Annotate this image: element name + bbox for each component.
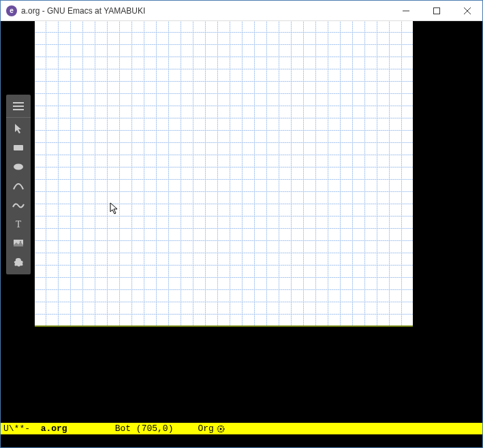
tool-arc[interactable] (6, 176, 31, 195)
tool-image[interactable] (6, 234, 31, 253)
modeline[interactable]: U\**- a.org Bot (705,0) Org (1, 423, 482, 434)
svg-text:T: T (16, 219, 22, 229)
canvas-grid (35, 21, 413, 325)
modeline-position: Bot (705,0) (115, 423, 174, 434)
svg-rect-7 (14, 145, 23, 150)
text-icon: T (12, 218, 25, 230)
svg-point-13 (219, 428, 221, 430)
editor-client-area: T U\**- a.org Bot (705,0) Org (1, 21, 482, 447)
modeline-buffer: a.org (41, 423, 67, 434)
tool-pointer[interactable] (6, 119, 31, 138)
svg-point-11 (20, 241, 22, 243)
svg-rect-1 (433, 7, 439, 14)
window-title: a.org - GNU Emacs at YAMABUKI (21, 6, 145, 16)
maximize-button[interactable] (421, 1, 452, 20)
rectangle-icon (12, 142, 25, 154)
emacs-icon: e (6, 5, 17, 16)
arc-icon (12, 180, 25, 192)
tool-menu[interactable] (6, 95, 31, 118)
modeline-mode: Org (198, 423, 213, 434)
tool-ellipse[interactable] (6, 157, 31, 176)
curve-icon (12, 199, 25, 211)
drawing-toolbar: T (6, 95, 31, 274)
titlebar: e a.org - GNU Emacs at YAMABUKI (1, 1, 482, 21)
gear-icon (217, 425, 225, 433)
tool-curve[interactable] (6, 195, 31, 214)
close-button[interactable] (452, 1, 482, 20)
minibuffer[interactable] (1, 434, 482, 447)
drawing-canvas[interactable] (35, 21, 413, 327)
tool-rectangle[interactable] (6, 138, 31, 157)
menu-icon (12, 100, 25, 112)
pointer-icon (12, 123, 25, 135)
ellipse-icon (12, 161, 25, 173)
image-icon (12, 237, 25, 249)
freeform-icon (12, 256, 25, 268)
minimize-button[interactable] (390, 1, 421, 20)
modeline-encoding: U\**- (3, 423, 35, 434)
svg-point-8 (14, 164, 23, 170)
tool-text[interactable]: T (6, 214, 31, 234)
tool-freeform[interactable] (6, 253, 31, 272)
